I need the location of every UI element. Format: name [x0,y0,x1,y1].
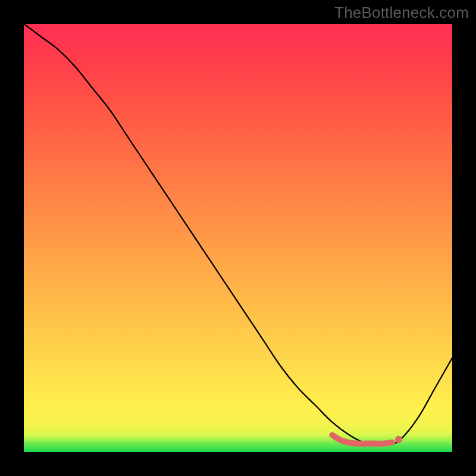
curve-svg [24,24,452,452]
watermark-text: TheBottleneck.com [334,4,469,22]
bottleneck-curve [24,24,452,444]
plot-area [24,24,452,452]
chart-frame: TheBottleneck.com [0,0,476,476]
optimal-zone-highlight [332,435,392,444]
optimal-zone-dot [395,436,402,443]
